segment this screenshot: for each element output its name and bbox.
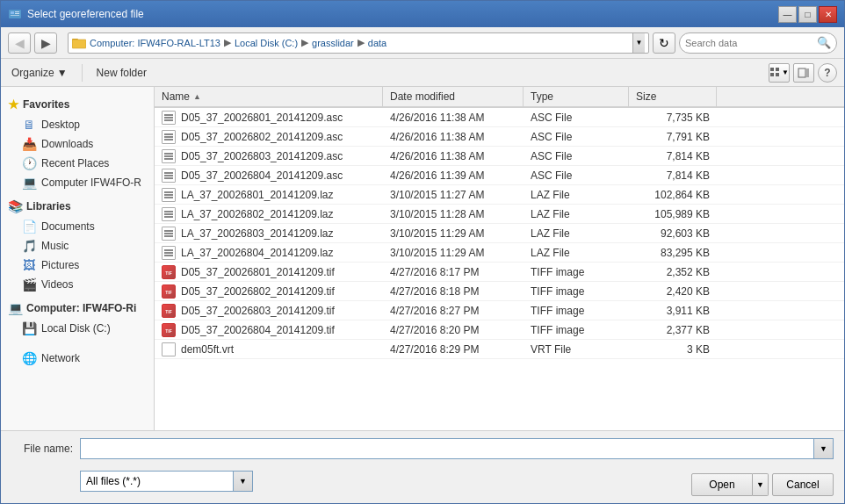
file-date: 3/10/2015 11:29 AM [390, 247, 484, 259]
table-row[interactable]: dem05ft.vrt 4/27/2016 8:29 PM VRT File 3… [155, 340, 844, 359]
back-button[interactable]: ◀ [8, 32, 31, 54]
asc-icon [162, 149, 176, 163]
file-name-cell: TIF D05_37_20026804_20141209.tif [155, 321, 383, 339]
forward-button[interactable]: ▶ [34, 32, 57, 54]
column-header-type[interactable]: Type [524, 87, 629, 106]
file-name-cell: D05_37_20026804_20141209.asc [155, 167, 383, 184]
open-button[interactable]: Open [691, 473, 753, 496]
filetype-display: All files (*.*) [80, 471, 234, 492]
sidebar-item-local-disk[interactable]: 💾 Local Disk (C:) [1, 319, 154, 338]
table-row[interactable]: TIF D05_37_20026804_20141209.tif 4/27/20… [155, 320, 844, 340]
search-area: 🔍 [679, 32, 837, 54]
close-button[interactable]: ✕ [819, 6, 837, 23]
address-bar[interactable]: Computer: IFW4FO-RAL-LT13 ▶ Local Disk (… [68, 32, 649, 54]
table-row[interactable]: TIF D05_37_20026802_20141209.tif 4/27/20… [155, 282, 844, 301]
cancel-button[interactable]: Cancel [772, 473, 834, 496]
table-row[interactable]: D05_37_20026801_20141209.asc 4/26/2016 1… [155, 108, 844, 127]
address-dropdown-button[interactable]: ▼ [632, 33, 645, 53]
svg-rect-10 [770, 73, 774, 76]
file-date: 4/27/2016 8:17 PM [390, 266, 479, 278]
file-size: 3 KB [687, 343, 710, 356]
recent-places-icon: 🕐 [22, 156, 36, 170]
file-type: LAZ File [531, 189, 570, 201]
file-date-cell: 4/27/2016 8:17 PM [383, 264, 524, 280]
filename-input[interactable] [80, 438, 814, 459]
table-row[interactable]: D05_37_20026803_20141209.asc 4/26/2016 1… [155, 147, 844, 166]
file-name: LA_37_20026801_20141209.laz [181, 189, 334, 201]
column-date-label: Date modified [390, 90, 455, 103]
table-row[interactable]: D05_37_20026804_20141209.asc 4/26/2016 1… [155, 166, 844, 185]
sidebar-item-pictures[interactable]: 🖼 Pictures [1, 256, 154, 275]
column-header-name[interactable]: Name ▲ [155, 87, 383, 106]
file-type-cell: LAZ File [524, 187, 629, 203]
action-buttons: Open ▼ Cancel [691, 473, 834, 496]
file-date: 4/27/2016 8:29 PM [390, 343, 479, 356]
sidebar-desktop-label: Desktop [41, 119, 80, 131]
folder-icon [72, 36, 86, 50]
favorites-header[interactable]: ★ Favorites [1, 94, 154, 115]
filetype-dropdown-button[interactable]: ▼ [234, 471, 253, 492]
view-options-button[interactable]: ▼ [769, 63, 790, 83]
table-row[interactable]: D05_37_20026802_20141209.asc 4/26/2016 1… [155, 127, 844, 147]
organize-button[interactable]: Organize ▼ [8, 65, 71, 81]
file-date: 4/27/2016 8:20 PM [390, 324, 479, 336]
sidebar-item-desktop[interactable]: 🖥 Desktop [1, 115, 154, 134]
file-type: ASC File [531, 150, 572, 162]
computer-fav-icon: 💻 [22, 176, 36, 190]
maximize-button[interactable]: □ [798, 6, 817, 23]
tiff-icon: TIF [162, 323, 176, 337]
file-size: 105,989 KB [654, 208, 710, 220]
table-row[interactable]: LA_37_20026804_20141209.laz 3/10/2015 11… [155, 243, 844, 263]
minimize-button[interactable]: — [778, 6, 797, 23]
table-row[interactable]: LA_37_20026802_20141209.laz 3/10/2015 11… [155, 205, 844, 224]
file-name: D05_37_20026804_20141209.tif [181, 324, 335, 336]
file-name-cell: D05_37_20026801_20141209.asc [155, 109, 383, 126]
sidebar-item-videos[interactable]: 🎬 Videos [1, 275, 154, 294]
refresh-button[interactable]: ↻ [653, 32, 675, 54]
search-input[interactable] [685, 38, 813, 48]
sidebar-item-recent[interactable]: 🕐 Recent Places [1, 154, 154, 173]
libraries-header[interactable]: 📚 Libraries [1, 196, 154, 217]
open-dropdown-button[interactable]: ▼ [753, 473, 769, 496]
address-part-computer[interactable]: Computer: IFW4FO-RAL-LT13 [90, 38, 220, 48]
sidebar-item-computer-fav[interactable]: 💻 Computer IFW4FO-R [1, 173, 154, 192]
file-type-cell: ASC File [524, 110, 629, 126]
file-size-cell: 7,814 KB [629, 148, 717, 164]
address-part-disk[interactable]: Local Disk (C:) [235, 38, 298, 48]
table-row[interactable]: LA_37_20026803_20141209.laz 3/10/2015 11… [155, 224, 844, 243]
file-size: 7,791 KB [667, 131, 710, 143]
file-type: LAZ File [531, 227, 570, 240]
file-type-cell: VRT File [524, 342, 629, 357]
file-date-cell: 3/10/2015 11:27 AM [383, 187, 524, 203]
address-part-grasslidar[interactable]: grasslidar [312, 38, 354, 48]
help-button[interactable]: ? [818, 63, 837, 83]
address-part-data[interactable]: data [368, 38, 386, 48]
column-header-date[interactable]: Date modified [383, 87, 524, 106]
sidebar-item-music[interactable]: 🎵 Music [1, 236, 154, 256]
tiff-icon: TIF [162, 304, 176, 318]
asc-icon [162, 111, 176, 125]
computer-label: Computer: IFW4FO-Ri [26, 302, 136, 314]
preview-pane-button[interactable] [793, 63, 814, 83]
table-row[interactable]: TIF D05_37_20026803_20141209.tif 4/27/20… [155, 301, 844, 320]
sidebar-item-downloads[interactable]: 📥 Downloads [1, 134, 154, 154]
organize-label: Organize [11, 67, 54, 79]
sidebar-item-documents[interactable]: 📄 Documents [1, 217, 154, 236]
file-type: ASC File [531, 169, 572, 182]
search-icon[interactable]: 🔍 [817, 36, 831, 49]
svg-rect-3 [15, 13, 19, 14]
svg-rect-2 [15, 11, 19, 12]
table-row[interactable]: TIF D05_37_20026801_20141209.tif 4/27/20… [155, 263, 844, 282]
file-size: 102,864 KB [654, 189, 710, 201]
filename-dropdown-button[interactable]: ▼ [814, 438, 834, 459]
table-row[interactable]: LA_37_20026801_20141209.laz 3/10/2015 11… [155, 185, 844, 205]
sidebar-network-label: Network [41, 352, 80, 364]
computer-header[interactable]: 💻 Computer: IFW4FO-Ri [1, 298, 154, 319]
file-name-cell: LA_37_20026802_20141209.laz [155, 205, 383, 223]
network-icon: 🌐 [22, 351, 36, 365]
column-header-size[interactable]: Size [629, 87, 717, 106]
svg-rect-13 [806, 68, 809, 77]
sidebar-item-network[interactable]: 🌐 Network [1, 349, 154, 368]
file-date: 4/27/2016 8:27 PM [390, 305, 479, 317]
new-folder-button[interactable]: New folder [93, 65, 150, 81]
